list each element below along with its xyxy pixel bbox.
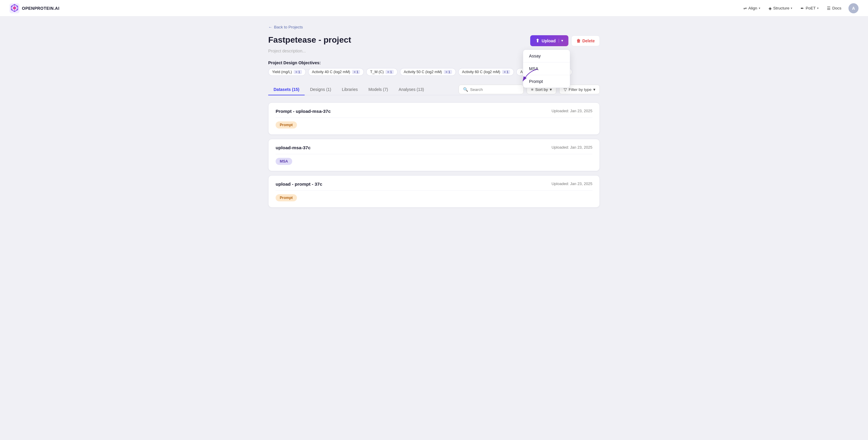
align-label: Align <box>748 6 757 10</box>
card-name: Prompt - upload-msa-37c <box>276 109 331 114</box>
card-name: upload-msa-37c <box>276 145 311 150</box>
card-top: Prompt - upload-msa-37c Uploaded: Jan 23… <box>276 109 592 114</box>
tab-item[interactable]: Designs (1) <box>305 84 337 95</box>
card-date: Uploaded: Jan 23, 2025 <box>552 145 592 150</box>
docs-icon: ☰ <box>827 6 831 11</box>
align-chevron-icon: ▾ <box>759 6 760 10</box>
tab-item[interactable]: Models (7) <box>363 84 393 95</box>
structure-chevron-icon: ▾ <box>791 6 792 10</box>
app-logo[interactable]: OPENPROTEIN.AI <box>9 3 60 13</box>
poet-icon: ✒ <box>801 6 804 11</box>
dropdown-item-assay[interactable]: Assay <box>523 50 570 62</box>
dataset-card: upload-msa-37c Uploaded: Jan 23, 2025 MS… <box>268 139 600 171</box>
dropdown-item-msa[interactable]: MSA <box>523 62 570 75</box>
delete-button[interactable]: 🗑 Delete <box>571 35 600 46</box>
filter-label: Filter by type <box>569 87 591 92</box>
main-content: ← Back to Projects Fastpetease - project… <box>256 17 612 216</box>
back-link-text: Back to Projects <box>274 25 303 29</box>
card-name: upload - prompt - 37c <box>276 182 322 187</box>
card-top: upload - prompt - 37c Uploaded: Jan 23, … <box>276 182 592 187</box>
upload-icon: ⬆ <box>535 38 539 43</box>
header-actions: ⬆ Upload ▾ 🗑 Delete Assay MSA Prompt <box>530 35 600 46</box>
filter-chevron-icon: ▾ <box>593 87 595 92</box>
objective-tag: Activity 40 C (log2 mM)= 1 <box>308 68 364 76</box>
card-top: upload-msa-37c Uploaded: Jan 23, 2025 <box>276 145 592 150</box>
svg-point-2 <box>13 6 16 9</box>
dataset-card: Prompt - upload-msa-37c Uploaded: Jan 23… <box>268 102 600 135</box>
card-divider <box>276 190 592 191</box>
search-input[interactable] <box>470 87 519 92</box>
logo-icon <box>9 3 20 13</box>
upload-button[interactable]: ⬆ Upload ▾ <box>530 35 568 46</box>
card-date: Uploaded: Jan 23, 2025 <box>552 109 592 113</box>
tab-item[interactable]: Libraries <box>337 84 363 95</box>
docs-label: Docs <box>832 6 841 10</box>
type-badge: Prompt <box>276 121 297 128</box>
dataset-card: upload - prompt - 37c Uploaded: Jan 23, … <box>268 175 600 208</box>
card-date: Uploaded: Jan 23, 2025 <box>552 182 592 186</box>
delete-label: Delete <box>582 38 595 43</box>
structure-nav-button[interactable]: ◈ Structure ▾ <box>765 4 796 12</box>
navbar: OPENPROTEIN.AI ⇌ Align ▾ ◈ Structure ▾ ✒… <box>0 0 868 17</box>
dropdown-item-prompt[interactable]: Prompt <box>523 75 570 88</box>
poet-chevron-icon: ▾ <box>817 6 818 10</box>
structure-icon: ◈ <box>769 6 772 11</box>
objective-tag: Yield (mg/L)= 1 <box>268 68 306 76</box>
tab-item[interactable]: Analyses (13) <box>394 84 430 95</box>
back-arrow-icon: ← <box>268 25 272 29</box>
align-icon: ⇌ <box>743 6 747 11</box>
docs-nav-button[interactable]: ☰ Docs <box>823 4 845 12</box>
structure-label: Structure <box>773 6 789 10</box>
back-link[interactable]: ← Back to Projects <box>268 25 600 29</box>
upload-chevron-icon: ▾ <box>559 39 563 43</box>
align-nav-button[interactable]: ⇌ Align ▾ <box>740 4 764 12</box>
tabs: Datasets (15)Designs (1)LibrariesModels … <box>268 84 459 95</box>
page-header: Fastpetease - project ⬆ Upload ▾ 🗑 Delet… <box>268 35 600 46</box>
nav-links: ⇌ Align ▾ ◈ Structure ▾ ✒ PoET ▾ ☰ Docs <box>740 4 845 12</box>
app-name: OPENPROTEIN.AI <box>22 6 60 11</box>
delete-icon: 🗑 <box>577 38 581 43</box>
user-avatar[interactable]: A <box>848 3 859 13</box>
dataset-list: Prompt - upload-msa-37c Uploaded: Jan 23… <box>268 102 600 208</box>
tab-item[interactable]: Datasets (15) <box>268 84 305 95</box>
upload-dropdown: Assay MSA Prompt <box>523 50 570 88</box>
card-divider <box>276 154 592 154</box>
search-box: 🔍 <box>459 85 524 94</box>
type-badge: MSA <box>276 158 292 165</box>
card-divider <box>276 118 592 118</box>
objective-tag: T_M (C)= 1 <box>366 68 397 76</box>
objective-tag: Activity 60 C (log2 mM)= 1 <box>458 68 514 76</box>
objective-tag: Activity 50 C (log2 mM)= 1 <box>400 68 456 76</box>
upload-label: Upload <box>542 38 556 43</box>
search-icon: 🔍 <box>463 87 468 92</box>
poet-label: PoET <box>806 6 815 10</box>
page-title: Fastpetease - project <box>268 35 351 45</box>
poet-nav-button[interactable]: ✒ PoET ▾ <box>797 4 822 12</box>
type-badge: Prompt <box>276 194 297 201</box>
